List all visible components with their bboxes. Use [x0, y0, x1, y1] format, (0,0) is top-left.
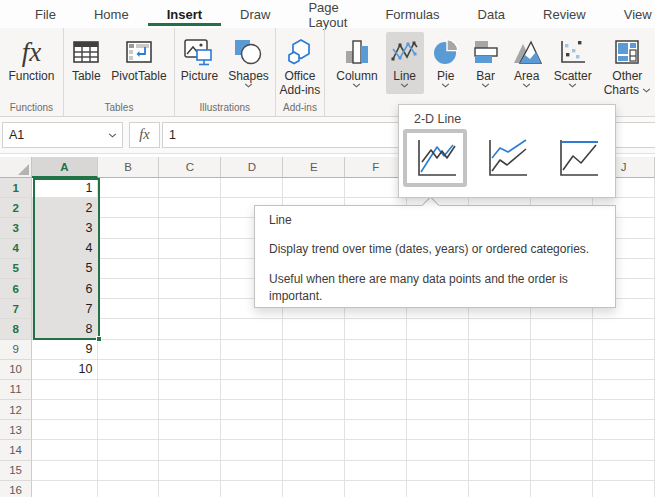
- cell-D15[interactable]: [221, 461, 283, 481]
- cell-C1[interactable]: [159, 178, 221, 198]
- other-charts-button[interactable]: Other Charts: [600, 32, 655, 97]
- tab-file[interactable]: File: [16, 2, 75, 26]
- cell-B14[interactable]: [98, 440, 160, 460]
- cell-C8[interactable]: [159, 319, 221, 339]
- tab-insert[interactable]: Insert: [148, 2, 221, 26]
- tab-review[interactable]: Review: [524, 2, 605, 26]
- row-header-7[interactable]: 7: [0, 299, 32, 319]
- row-header-10[interactable]: 10: [0, 360, 32, 380]
- cell-I8[interactable]: [531, 319, 593, 339]
- cell-E11[interactable]: [283, 380, 345, 400]
- cell-E12[interactable]: [283, 400, 345, 420]
- line-chart-button[interactable]: Line: [386, 32, 424, 94]
- shapes-button[interactable]: Shapes: [224, 32, 273, 94]
- cell-A5[interactable]: 5: [32, 259, 97, 279]
- cell-I11[interactable]: [531, 380, 593, 400]
- cell-H14[interactable]: [469, 440, 531, 460]
- cell-B6[interactable]: [98, 279, 160, 299]
- tab-formulas[interactable]: Formulas: [366, 2, 458, 26]
- cell-F10[interactable]: [345, 360, 407, 380]
- cell-J9[interactable]: [593, 340, 655, 360]
- cell-I13[interactable]: [531, 420, 593, 440]
- cell-G12[interactable]: [407, 400, 469, 420]
- row-header-8[interactable]: 8: [0, 319, 32, 339]
- cell-C15[interactable]: [159, 461, 221, 481]
- picture-button[interactable]: Picture: [177, 32, 222, 83]
- hundred-pct-stacked-line-chart-option[interactable]: [545, 129, 609, 187]
- cell-F9[interactable]: [345, 340, 407, 360]
- cell-B5[interactable]: [98, 259, 160, 279]
- cell-H10[interactable]: [469, 360, 531, 380]
- row-header-1[interactable]: 1: [0, 178, 32, 198]
- pivottable-button[interactable]: PivotTable: [107, 32, 170, 83]
- cell-A15[interactable]: [32, 461, 97, 481]
- name-box-chevron-icon[interactable]: [108, 133, 117, 138]
- cell-I14[interactable]: [531, 440, 593, 460]
- cell-A4[interactable]: 4: [32, 239, 97, 259]
- cell-B12[interactable]: [98, 400, 160, 420]
- column-header-D[interactable]: D: [221, 157, 283, 178]
- cell-C9[interactable]: [159, 340, 221, 360]
- row-header-9[interactable]: 9: [0, 340, 32, 360]
- function-button[interactable]: fx Function: [4, 32, 58, 83]
- cell-B8[interactable]: [98, 319, 160, 339]
- cell-F14[interactable]: [345, 440, 407, 460]
- tab-view[interactable]: View: [605, 2, 655, 26]
- cell-A1[interactable]: 1: [32, 178, 97, 198]
- cell-A8[interactable]: 8: [32, 319, 97, 339]
- cell-E8[interactable]: [283, 319, 345, 339]
- cell-F16[interactable]: [345, 481, 407, 497]
- cell-D14[interactable]: [221, 440, 283, 460]
- cell-D16[interactable]: [221, 481, 283, 497]
- cell-A3[interactable]: 3: [32, 218, 97, 238]
- cell-F8[interactable]: [345, 319, 407, 339]
- column-header-E[interactable]: E: [283, 157, 345, 178]
- cell-E10[interactable]: [283, 360, 345, 380]
- cell-A7[interactable]: 7: [32, 299, 97, 319]
- name-box[interactable]: A1: [2, 122, 123, 148]
- column-header-C[interactable]: C: [159, 157, 221, 178]
- cell-D10[interactable]: [221, 360, 283, 380]
- cell-F12[interactable]: [345, 400, 407, 420]
- table-button[interactable]: Table: [67, 32, 105, 83]
- line-chart-option[interactable]: [403, 129, 467, 187]
- cell-G14[interactable]: [407, 440, 469, 460]
- cell-G9[interactable]: [407, 340, 469, 360]
- cell-B11[interactable]: [98, 380, 160, 400]
- cell-C7[interactable]: [159, 299, 221, 319]
- bar-chart-button[interactable]: Bar: [468, 32, 504, 94]
- cell-B13[interactable]: [98, 420, 160, 440]
- cell-B1[interactable]: [98, 178, 160, 198]
- cell-C14[interactable]: [159, 440, 221, 460]
- cell-I10[interactable]: [531, 360, 593, 380]
- row-header-6[interactable]: 6: [0, 279, 32, 299]
- cell-J8[interactable]: [593, 319, 655, 339]
- cell-E14[interactable]: [283, 440, 345, 460]
- cell-D8[interactable]: [221, 319, 283, 339]
- cell-H16[interactable]: [469, 481, 531, 497]
- row-header-11[interactable]: 11: [0, 380, 32, 400]
- cell-B9[interactable]: [98, 340, 160, 360]
- cell-D9[interactable]: [221, 340, 283, 360]
- cell-F11[interactable]: [345, 380, 407, 400]
- scatter-chart-button[interactable]: Scatter: [550, 32, 596, 94]
- cell-B4[interactable]: [98, 239, 160, 259]
- cell-C2[interactable]: [159, 198, 221, 218]
- cell-A16[interactable]: [32, 481, 97, 497]
- cell-G16[interactable]: [407, 481, 469, 497]
- cell-F13[interactable]: [345, 420, 407, 440]
- cell-I12[interactable]: [531, 400, 593, 420]
- cell-D11[interactable]: [221, 380, 283, 400]
- cell-D13[interactable]: [221, 420, 283, 440]
- row-header-4[interactable]: 4: [0, 239, 32, 259]
- cell-C10[interactable]: [159, 360, 221, 380]
- cell-E15[interactable]: [283, 461, 345, 481]
- cell-C3[interactable]: [159, 218, 221, 238]
- cell-E16[interactable]: [283, 481, 345, 497]
- area-chart-button[interactable]: Area: [508, 32, 546, 94]
- cell-A10[interactable]: 10: [32, 360, 97, 380]
- select-all-button[interactable]: [0, 157, 32, 178]
- cell-J16[interactable]: [593, 481, 655, 497]
- tab-data[interactable]: Data: [459, 2, 524, 26]
- cell-D1[interactable]: [221, 178, 283, 198]
